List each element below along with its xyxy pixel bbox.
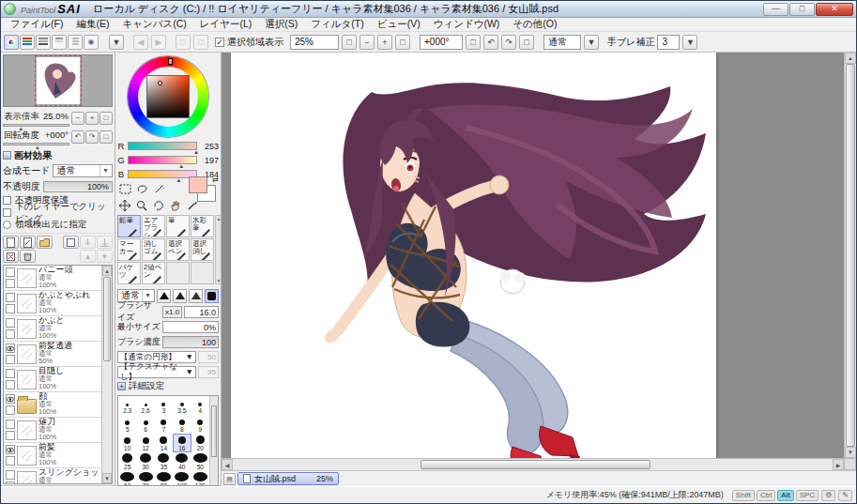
- move-layer-up-button[interactable]: ▲: [80, 250, 96, 263]
- tab-list-button[interactable]: ▤: [223, 473, 236, 485]
- layer-mask-button[interactable]: [63, 236, 79, 249]
- horizontal-scroll-thumb[interactable]: [421, 460, 650, 469]
- rotate-view-tool-icon[interactable]: [151, 198, 166, 212]
- rgb-slider-toggle-icon[interactable]: [20, 35, 35, 50]
- document-canvas[interactable]: [231, 53, 716, 463]
- brush-size-preset[interactable]: 80: [155, 471, 173, 486]
- brush-size-preset[interactable]: 20: [191, 434, 209, 452]
- brush-size-preset[interactable]: 8: [173, 415, 191, 434]
- document-tab[interactable]: 女山賊.psd 25%: [237, 472, 339, 485]
- canvas-area[interactable]: ▲ ▼ ◀ ▶ ▤ 女山賊.psd 25%: [222, 53, 856, 486]
- deselect-button[interactable]: □: [176, 35, 191, 50]
- brush-size-preset[interactable]: 14: [155, 434, 173, 452]
- brush-size-preset[interactable]: 60: [118, 471, 136, 486]
- redo-button[interactable]: ▶: [151, 35, 166, 50]
- nav-zoom-slider[interactable]: ▲: [3, 124, 69, 127]
- brush-size-preset[interactable]: 9: [191, 415, 209, 434]
- menu-item[interactable]: ファイル(F): [4, 18, 69, 31]
- layer-visibility-eye-icon[interactable]: [6, 293, 15, 302]
- layer-visibility-eye-icon[interactable]: [6, 420, 15, 429]
- nav-angle-slider[interactable]: ▲: [3, 143, 69, 145]
- swatches-toggle-icon[interactable]: ◉: [84, 35, 99, 50]
- magic-wand-tool-icon[interactable]: [151, 182, 166, 196]
- layer-select-checkbox[interactable]: [6, 279, 15, 288]
- scrollbar-thumb[interactable]: [103, 277, 111, 361]
- selection-blend-menu-button[interactable]: ▼: [584, 35, 599, 50]
- nav-zoom-in-button[interactable]: +: [85, 112, 99, 125]
- nav-zoom-reset-button[interactable]: □: [99, 112, 113, 125]
- menu-item[interactable]: 編集(E): [69, 18, 115, 31]
- menu-item[interactable]: レイヤー(L): [193, 18, 259, 31]
- brush-size-preset[interactable]: 35: [155, 452, 173, 471]
- horizontal-scrollbar[interactable]: ◀ ▶: [222, 458, 844, 470]
- tool-cell[interactable]: 選択ペン: [166, 238, 190, 261]
- merge-down-button[interactable]: [97, 236, 113, 249]
- transfer-down-button[interactable]: [80, 236, 96, 249]
- brush-size-preset[interactable]: 5: [118, 415, 136, 434]
- delete-layer-button[interactable]: [20, 250, 36, 263]
- layer-select-checkbox[interactable]: [6, 355, 15, 364]
- rotate-ccw-button[interactable]: ↶: [483, 35, 498, 50]
- tool-cell[interactable]: 2値ペン: [142, 262, 165, 284]
- menu-item[interactable]: ウィンドウ(W): [427, 18, 507, 31]
- clipping-checkbox[interactable]: [3, 208, 11, 217]
- menu-item[interactable]: 選択(S): [258, 18, 304, 31]
- layer-visibility-eye-icon[interactable]: [6, 369, 15, 378]
- layer-row[interactable]: かぶとやぶれ通常100%: [4, 291, 112, 316]
- rotate-cw-button[interactable]: ↷: [501, 35, 516, 50]
- g-slider[interactable]: ▲: [128, 156, 197, 164]
- layer-select-checkbox[interactable]: [6, 405, 15, 415]
- layer-visibility-eye-icon[interactable]: [6, 394, 15, 404]
- nav-rotate-ccw-button[interactable]: ↶: [71, 130, 84, 144]
- hue-marker[interactable]: [168, 58, 173, 65]
- undo-button[interactable]: ◀: [133, 35, 148, 50]
- swap-colors-icon[interactable]: ⇄: [212, 176, 219, 184]
- layer-visibility-eye-icon[interactable]: [6, 267, 15, 277]
- layer-visibility-eye-icon[interactable]: [6, 344, 15, 353]
- brush-size-preset[interactable]: 70: [136, 471, 154, 486]
- brush-size-preset[interactable]: 10: [118, 434, 136, 452]
- menu-item[interactable]: キャンバス(C): [115, 18, 192, 31]
- tool-cell[interactable]: 選択消し: [191, 238, 214, 261]
- move-layer-down-button[interactable]: ▼: [97, 250, 113, 263]
- brush-size-preset[interactable]: 7: [155, 415, 173, 434]
- layer-visibility-eye-icon[interactable]: [6, 445, 15, 454]
- angle-reset-button[interactable]: □: [466, 35, 481, 50]
- brush-size-preset[interactable]: 4: [191, 396, 209, 415]
- maximize-button[interactable]: □: [789, 3, 815, 16]
- brush-tip-triangle2-icon[interactable]: [173, 289, 187, 303]
- layer-select-checkbox[interactable]: [6, 304, 15, 313]
- layer-row[interactable]: スリングショット透け通常100%: [4, 468, 112, 484]
- brush-size-preset[interactable]: 16: [173, 434, 191, 452]
- title-bar[interactable]: PaintToolSAI ローカル ディスク (C:) / !! ロイヤリティー…: [1, 1, 856, 18]
- brush-size-preset[interactable]: 2.3: [118, 396, 136, 415]
- paint-effect-header[interactable]: 画材効果: [3, 148, 113, 162]
- toolbar-menu-button[interactable]: ▼: [109, 35, 124, 50]
- rect-select-tool-icon[interactable]: [117, 182, 132, 196]
- scratchpad-toggle-icon[interactable]: [68, 35, 83, 50]
- zoom-reset-button[interactable]: □: [342, 35, 357, 50]
- foreground-color-swatch[interactable]: [189, 176, 207, 193]
- layer-row[interactable]: 前髪通常100%: [4, 443, 112, 468]
- brush-size-preset[interactable]: 3: [155, 396, 173, 415]
- brush-size-preset[interactable]: 100: [173, 471, 191, 486]
- scroll-down-icon[interactable]: ▼: [102, 473, 112, 483]
- advanced-settings-expander[interactable]: + 詳細設定: [117, 379, 219, 393]
- tool-cell[interactable]: 筆: [166, 215, 190, 237]
- tool-cell[interactable]: バケツ: [117, 262, 141, 284]
- layer-row[interactable]: 薙刀通常100%: [4, 418, 112, 443]
- zoom-tool-icon[interactable]: [134, 198, 149, 212]
- brush-size-preset[interactable]: 6: [136, 415, 154, 434]
- hsv-slider-toggle-icon[interactable]: [36, 35, 51, 50]
- navigator[interactable]: [3, 54, 113, 107]
- scroll-up-icon[interactable]: ▲: [102, 266, 112, 276]
- layer-row[interactable]: バニー頭通常100%: [4, 266, 112, 291]
- saturation-value-square[interactable]: [146, 75, 190, 118]
- brush-size-field[interactable]: 16.0: [184, 306, 219, 318]
- layer-row[interactable]: 目隠し通常100%: [4, 367, 112, 392]
- r-slider[interactable]: ▲: [128, 142, 197, 150]
- preset-scrollbar[interactable]: [209, 396, 218, 485]
- color-wheel[interactable]: [128, 56, 208, 137]
- brush-tip-square-icon[interactable]: [205, 289, 219, 303]
- zoom-out-button[interactable]: −: [360, 35, 375, 50]
